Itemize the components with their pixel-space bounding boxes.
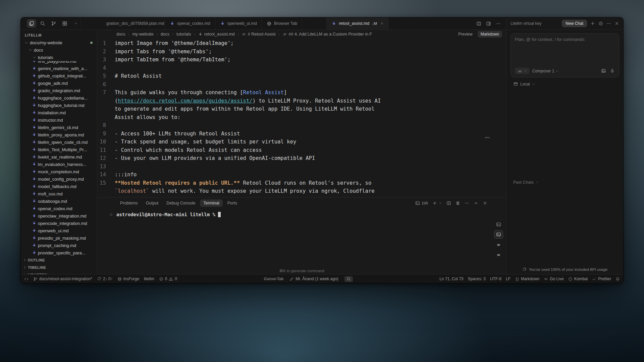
- panel-tab-terminal[interactable]: Terminal: [200, 199, 223, 207]
- local-mode-selector[interactable]: Local: [506, 77, 623, 86]
- tree-file[interactable]: openclaw_integration.md: [21, 212, 97, 220]
- new-chat-button[interactable]: New Chat: [562, 20, 587, 27]
- indentation-status[interactable]: Spaces: 3: [468, 277, 486, 281]
- maximize-panel-icon[interactable]: [474, 201, 478, 205]
- editor-tab[interactable]: openai_codex.md: [165, 17, 215, 29]
- search-activity-button[interactable]: [38, 19, 47, 28]
- tree-file[interactable]: provider_specific_para...: [21, 249, 97, 256]
- split-editor-icon[interactable]: [476, 21, 481, 26]
- panel-more-icon[interactable]: [465, 201, 469, 205]
- chat-history-icon[interactable]: [598, 21, 603, 26]
- editor-tab[interactable]: retool_assist.md↓M: [326, 17, 389, 29]
- tree-folder[interactable]: tutorials: [21, 54, 97, 61]
- tab-close-button[interactable]: [380, 22, 384, 25]
- mode-button-preview[interactable]: Preview: [455, 31, 476, 38]
- microphone-icon[interactable]: [610, 68, 615, 73]
- prettier-status[interactable]: Prettier: [592, 277, 611, 281]
- remote-indicator[interactable]: [24, 277, 29, 281]
- layout-icon[interactable]: [486, 21, 491, 26]
- breadcrumb-item[interactable]: ## 4. Add LiteLLM as a Custom Provider i…: [283, 32, 372, 37]
- editor-tab[interactable]: gration_doc_d075fd58.plan.md: [80, 17, 165, 29]
- chat-input[interactable]: Plan, @ for context, / for commands ∞ Co…: [511, 33, 619, 77]
- split-terminal-icon[interactable]: [446, 201, 451, 205]
- breadcrumb-item[interactable]: my-website: [132, 32, 153, 37]
- more-actions-icon[interactable]: [496, 21, 501, 26]
- shell-selector[interactable]: zsh: [415, 201, 428, 205]
- tree-file[interactable]: mock_completion.md: [21, 168, 97, 175]
- insforge-status[interactable]: InsForge: [117, 277, 139, 281]
- add-chat-icon[interactable]: [590, 21, 595, 26]
- eol-status[interactable]: LF: [506, 277, 511, 281]
- status-search-button[interactable]: [344, 276, 353, 282]
- sidebar-section-outline[interactable]: OUTLINE: [21, 256, 97, 264]
- git-branch-status[interactable]: docs/retool-assist-integration*: [33, 277, 92, 281]
- kill-terminal-icon[interactable]: [455, 201, 460, 205]
- tree-file[interactable]: openweb_ui.md: [21, 227, 97, 234]
- panel-tab-ports[interactable]: Ports: [224, 199, 240, 207]
- explorer-activity-button[interactable]: [27, 19, 36, 28]
- tree-file[interactable]: oobabooga.md: [21, 197, 97, 205]
- terminal-dropdown-icon[interactable]: [439, 201, 442, 205]
- project-status[interactable]: litellm: [144, 277, 154, 281]
- git-sync-status[interactable]: 2↓ 0↑: [97, 277, 113, 281]
- sidebar-section-houston[interactable]: HOUSTON: [21, 271, 97, 274]
- tree-file[interactable]: first_playground.md: [21, 61, 97, 65]
- tree-file[interactable]: opencode_integration.md: [21, 220, 97, 227]
- tree-file[interactable]: presidio_pii_masking.md: [21, 234, 97, 242]
- panel-tab-output[interactable]: Output: [143, 199, 162, 207]
- tree-file[interactable]: gemini_realtime_with_a...: [21, 65, 97, 72]
- kombai-status[interactable]: Kombai: [568, 277, 588, 281]
- sidebar-section-timeline[interactable]: TIMELINE: [21, 264, 97, 271]
- code-editor[interactable]: 1import Image from '@theme/IdealImage';2…: [97, 39, 506, 197]
- breadcrumb-item[interactable]: tutorials: [176, 32, 191, 37]
- agent-mode-selector[interactable]: ∞: [515, 68, 529, 74]
- tree-file[interactable]: installation.md: [21, 109, 97, 116]
- terminal[interactable]: astrodevil@Astro-Mac-mini litellm % ∞ ∞: [97, 209, 506, 274]
- cursor-tab-status[interactable]: Cursor Tab: [264, 277, 283, 281]
- tree-file[interactable]: huggingface_codellama...: [21, 94, 97, 102]
- tree-folder[interactable]: docs: [21, 46, 97, 54]
- scrollbar-thumb[interactable]: [485, 137, 490, 138]
- workspace-title[interactable]: LITELLM: [21, 32, 97, 39]
- agent-terminal-button[interactable]: ∞: [494, 250, 503, 259]
- editor-tab[interactable]: Browser Tab: [262, 17, 302, 29]
- tree-file[interactable]: huggingface_tutorial.md: [21, 102, 97, 109]
- terminal-session-button[interactable]: [494, 220, 503, 229]
- tree-file[interactable]: openai_codex.md: [21, 205, 97, 212]
- tree-file[interactable]: lm_evaluation_harness...: [21, 161, 97, 168]
- language-mode-status[interactable]: { }Markdown: [515, 277, 539, 281]
- editor-tab[interactable]: openweb_ui.md: [215, 17, 262, 29]
- new-terminal-icon[interactable]: [432, 201, 437, 205]
- attach-image-icon[interactable]: [601, 68, 606, 73]
- tree-folder-root[interactable]: docs/my-website: [21, 39, 97, 46]
- model-selector[interactable]: Composer 1: [532, 69, 559, 73]
- mode-button-markdown[interactable]: Markdown: [478, 31, 502, 38]
- encoding-status[interactable]: UTF-8: [490, 277, 501, 281]
- breadcrumb-item[interactable]: docs: [116, 32, 125, 37]
- tree-file[interactable]: model_config_proxy.md: [21, 175, 97, 183]
- more-views-button[interactable]: [71, 19, 80, 28]
- tree-file[interactable]: google_adk.md: [21, 79, 97, 87]
- problems-status[interactable]: 0 0: [159, 277, 177, 281]
- tree-file[interactable]: litellm_gemini_cli.md: [21, 124, 97, 131]
- tree-file[interactable]: prompt_caching.md: [21, 242, 97, 249]
- past-chats[interactable]: Past Chats: [513, 180, 539, 185]
- breadcrumb-item[interactable]: # Retool Assist: [242, 32, 276, 37]
- chat-more-icon[interactable]: [606, 21, 611, 26]
- panel-tab-problems[interactable]: Problems: [117, 199, 141, 207]
- cursor-position-status[interactable]: Ln 71, Col 73: [439, 277, 463, 281]
- tree-file[interactable]: github_copilot_integrati...: [21, 72, 97, 79]
- tree-file[interactable]: model_fallbacks.md: [21, 183, 97, 190]
- tree-file[interactable]: livekit_xai_realtime.md: [21, 153, 97, 161]
- chat-close-icon[interactable]: [614, 21, 619, 26]
- tree-file[interactable]: litellm_proxy_aporia.md: [21, 131, 97, 138]
- terminal-session-button-active[interactable]: [494, 230, 503, 239]
- go-live-status[interactable]: Go Live: [544, 277, 564, 281]
- tree-file[interactable]: msft_sso.md: [21, 190, 97, 197]
- tree-file[interactable]: litellm_qwen_code_cli.md: [21, 138, 97, 146]
- extensions-activity-button[interactable]: [60, 19, 69, 28]
- tree-file[interactable]: gradio_integration.md: [21, 87, 97, 94]
- panel-tab-debug-console[interactable]: Debug Console: [163, 199, 199, 207]
- notifications-button[interactable]: [615, 277, 620, 281]
- breadcrumb-item[interactable]: retool_assist.md: [198, 32, 235, 37]
